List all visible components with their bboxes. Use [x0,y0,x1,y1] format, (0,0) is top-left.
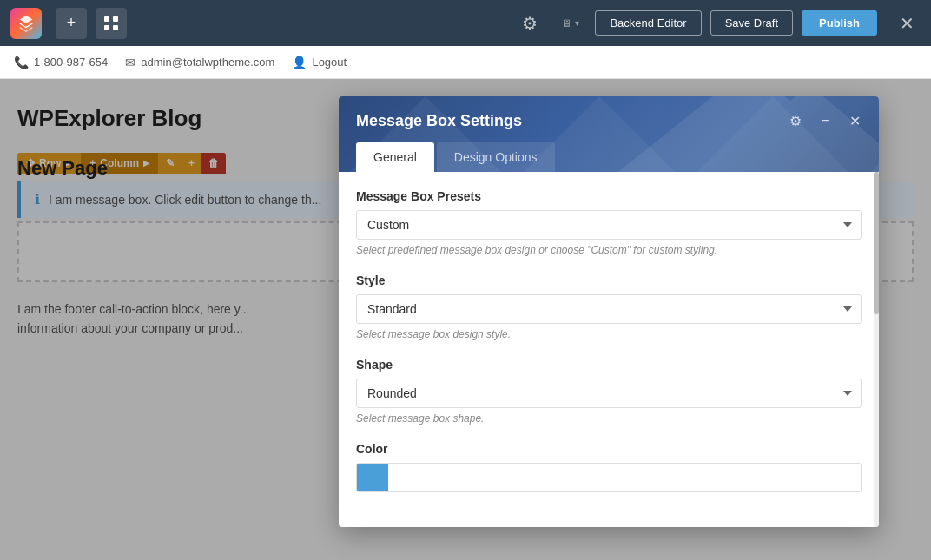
modal-minimize-button[interactable]: − [815,110,835,131]
svg-rect-2 [104,25,109,30]
modal-body: Message Box Presets Custom Default Info … [339,172,879,527]
presets-group: Message Box Presets Custom Default Info … [356,189,862,256]
shape-hint: Select message box shape. [356,412,862,425]
message-box-settings-modal: ⚙ − ✕ Message Box Settings General Desig… [339,96,879,527]
svg-rect-1 [113,16,118,22]
top-toolbar: + ⚙ 🖥 ▾ Backend Editor Save Draft Publis… [0,0,931,46]
phone-item[interactable]: 📞 1-800-987-654 [14,56,108,69]
settings-icon[interactable]: ⚙ [514,8,545,39]
shape-label: Shape [356,358,862,372]
backend-editor-button[interactable]: Backend Editor [595,10,701,36]
presets-label: Message Box Presets [356,189,862,203]
logout-label: Logout [312,56,347,69]
svg-rect-0 [104,16,109,22]
logout-item[interactable]: 👤 Logout [292,56,347,69]
email-icon: ✉ [125,56,135,69]
save-draft-button[interactable]: Save Draft [710,10,793,36]
modal-minimize-icon: − [821,113,829,128]
close-editor-button[interactable]: ✕ [893,10,921,37]
desktop-icon: 🖥 [561,17,571,30]
svg-rect-3 [113,25,118,30]
page-area: WPExplorer Blog ✥ Row ▶ + Column ▶ ✎ + [0,79,931,560]
device-selector[interactable]: 🖥 ▾ [554,12,586,35]
shape-group: Shape Rounded Square Pill Select message… [356,358,862,425]
color-label: Color [356,442,862,456]
email-item[interactable]: ✉ admin@totalwptheme.com [125,56,274,69]
modal-gear-icon: ⚙ [789,113,802,129]
color-group: Color [356,442,862,492]
style-group: Style Standard Solid Bordered Select mes… [356,273,862,340]
modal-close-icon: ✕ [849,113,861,129]
color-input-field[interactable] [388,464,861,491]
color-input-row [356,463,862,492]
logo[interactable] [10,8,42,39]
tab-general[interactable]: General [356,142,434,172]
publish-button[interactable]: Publish [802,10,877,36]
presets-hint: Select predefined message box design or … [356,244,862,256]
device-chevron-icon: ▾ [575,18,579,28]
phone-icon: 📞 [14,56,29,69]
modal-header-controls: ⚙ − ✕ [785,110,865,131]
grid-button[interactable] [96,8,127,39]
style-hint: Select message box design style. [356,328,862,340]
modal-header: ⚙ − ✕ Message Box Settings General Desig… [339,96,879,172]
phone-number: 1-800-987-654 [34,56,108,69]
modal-close-button[interactable]: ✕ [844,110,865,131]
presets-select[interactable]: Custom Default Info Success Warning Erro… [356,210,862,240]
color-swatch[interactable] [357,464,388,491]
style-label: Style [356,273,862,287]
email-address: admin@totalwptheme.com [141,56,274,69]
shape-select[interactable]: Rounded Square Pill [356,379,862,408]
scrollbar-thumb [874,172,879,314]
modal-settings-button[interactable]: ⚙ [785,110,806,131]
logout-icon: 👤 [292,56,307,69]
tab-design-options[interactable]: Design Options [437,142,555,172]
add-element-button[interactable]: + [56,8,87,39]
modal-scrollbar[interactable] [874,172,879,527]
style-select[interactable]: Standard Solid Bordered [356,294,862,324]
admin-bar: 📞 1-800-987-654 ✉ admin@totalwptheme.com… [0,46,931,79]
